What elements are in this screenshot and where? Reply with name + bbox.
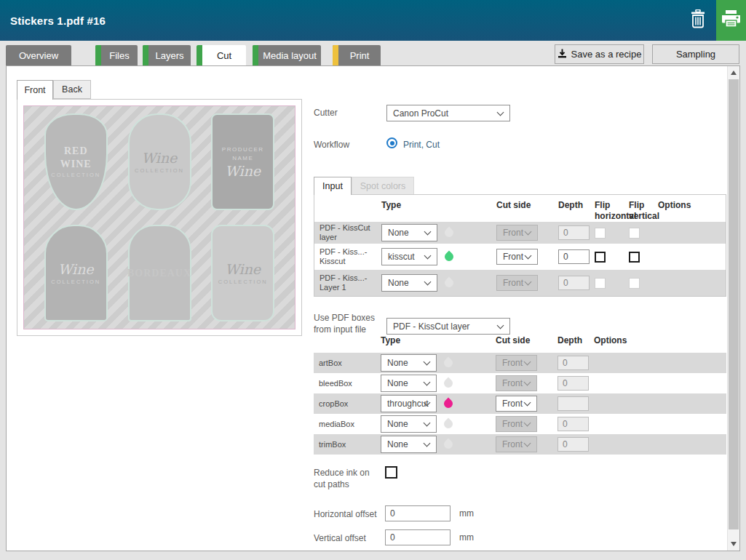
tab-label: Layers [148,45,191,65]
pdf-boxes-select[interactable]: PDF - KissCut layer [386,318,510,335]
status-indicator-green [197,45,202,65]
delete-job-button[interactable] [682,0,714,41]
type-select[interactable]: kisscut [381,248,437,265]
vertical-scrollbar[interactable] [727,66,739,551]
flip-vertical-checkbox [629,228,640,239]
type-select[interactable]: None [381,274,437,292]
preview-media-stripes: RED WINE COLLECTION Wine COLLECTION PROD… [23,105,295,329]
col-depth: Depth [557,335,594,346]
horizontal-offset-input[interactable] [385,505,451,521]
cut-color-droplet-icon [443,227,456,239]
cutter-select[interactable]: Canon ProCut [386,105,510,121]
type-select[interactable]: None [381,354,437,372]
sticker-wine-collection: Wine COLLECTION [128,113,191,210]
table-row-artbox: artBox None Front [314,353,726,373]
flip-vertical-checkbox [629,278,640,289]
type-select[interactable]: None [381,224,437,241]
preview-tab-back[interactable]: Back [53,80,91,99]
scroll-down-arrow-icon[interactable] [731,542,737,546]
cut-settings-panel: Front Back RED WINE COLLECTION Wine COLL… [6,65,740,551]
spot-colors-tab-label: Spot colors [360,181,406,191]
printer-icon [721,10,741,31]
depth-input[interactable] [557,396,589,411]
tab-input[interactable]: Input [314,177,352,195]
front-tab-label: Front [24,85,45,95]
sticker-text: WINE [60,159,92,169]
sticker-bordeaux: BORDEAUX [128,225,191,321]
row-label: trimBox [314,434,381,455]
status-indicator-green [95,45,101,65]
flip-horizontal-checkbox[interactable] [595,252,606,263]
preview-row-top: RED WINE COLLECTION Wine COLLECTION PROD… [24,106,295,217]
scroll-up-arrow-icon[interactable] [731,71,737,75]
type-select[interactable]: None [381,375,437,392]
row-label: PDF - Kiss...- Layer 1 [314,270,381,296]
vertical-offset-label: Vertical offset [314,532,366,544]
scrollbar-thumb[interactable] [729,79,739,529]
workflow-radio-print-cut[interactable] [386,137,397,148]
col-type: Type [381,335,439,346]
cut-color-droplet-icon [443,251,456,263]
cut-side-select[interactable]: Front [496,396,537,412]
cut-side-select[interactable]: Front [496,249,538,265]
col-type: Type [381,200,440,211]
vertical-offset-input[interactable] [385,529,451,545]
download-icon [557,49,567,60]
print-button[interactable] [716,0,746,41]
tab-print[interactable]: Print [333,45,381,65]
tab-files[interactable]: Files [95,45,138,65]
col-options: Options [658,200,726,211]
table-row-trimbox: trimBox None Front [314,434,726,455]
horizontal-offset-label: Horizontal offset [314,508,377,520]
sticker-text: COLLECTION [218,279,268,285]
cut-side-select: Front [496,275,538,291]
trash-icon [690,9,706,31]
col-cut-side: Cut side [496,335,557,346]
sticker-red-wine: RED WINE COLLECTION [44,113,108,210]
sticker-text: COLLECTION [51,279,100,285]
sticker-wine-round: Wine COLLECTION [211,225,274,321]
col-depth: Depth [558,200,595,211]
depth-input [557,376,589,391]
cut-side-select: Front [496,355,537,371]
tab-label: Print [338,45,381,65]
cut-side-select: Front [496,225,538,241]
flip-horizontal-checkbox [595,228,606,239]
tab-spot-colors[interactable]: Spot colors [352,177,414,195]
tab-cut[interactable]: Cut [197,45,246,65]
tab-layers[interactable]: Layers [143,45,191,65]
type-select[interactable]: None [381,436,437,453]
back-tab-label: Back [62,84,82,95]
cutter-value: Canon ProCut [393,108,448,119]
vertical-offset-unit: mm [459,532,474,543]
flip-horizontal-checkbox [595,278,606,289]
type-select[interactable]: None [381,415,437,433]
reduce-ink-checkbox[interactable] [385,466,397,479]
horizontal-offset-unit: mm [459,508,474,519]
job-preview: RED WINE COLLECTION Wine COLLECTION PROD… [17,99,302,336]
preview-row-bottom: Wine COLLECTION BORDEAUX Wine COLLECTION [24,217,295,329]
title-bar: Stickers 1.pdf #16 [0,0,746,41]
status-indicator-green [143,45,148,65]
row-label: PDF - KissCut layer [314,222,381,244]
tab-overview[interactable]: Overview [6,45,71,65]
type-select[interactable]: throughcut [381,395,437,412]
tab-label: Files [101,45,138,65]
sampling-button[interactable]: Sampling [652,44,739,64]
depth-input[interactable] [558,249,590,264]
cut-color-droplet-icon [443,357,455,369]
tab-media-layout[interactable]: Media layout [253,45,321,65]
pdf-boxes-label: Use PDF boxes from input file [314,312,381,335]
cut-color-droplet-icon [443,377,455,390]
save-as-recipe-label: Save as a recipe [571,49,642,60]
flip-vertical-checkbox[interactable] [629,252,640,263]
cutter-label: Cutter [314,107,338,119]
sticker-text: COLLECTION [135,167,184,174]
row-label: mediaBox [314,414,381,434]
pdf-box-table: Type Cut side Depth Options artBox None … [314,334,726,455]
save-as-recipe-button[interactable]: Save as a recipe [555,44,644,64]
col-flip-vertical: Flipvertical [629,200,658,222]
preview-tab-front[interactable]: Front [17,80,53,100]
row-label: PDF - Kiss...- Kisscut [314,244,381,270]
cut-color-droplet-icon [443,418,455,431]
